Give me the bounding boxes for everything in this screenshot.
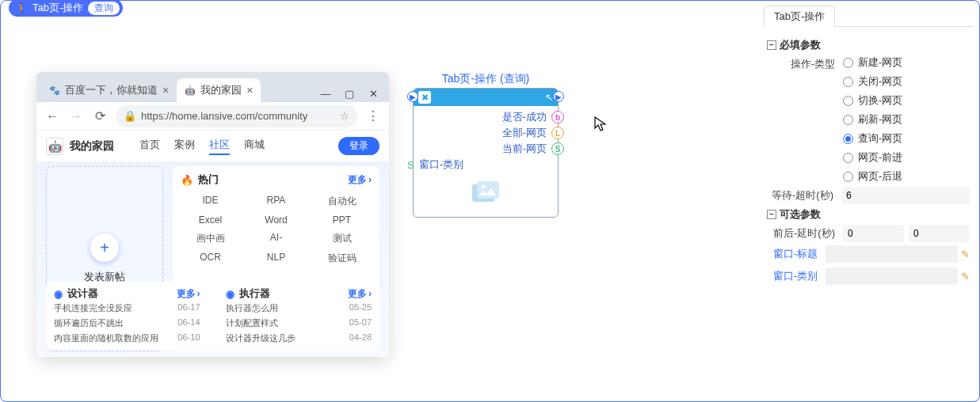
window-close-icon[interactable]: ✕ bbox=[362, 85, 384, 102]
bool-port-icon[interactable]: b bbox=[551, 111, 564, 123]
op-type-radio[interactable]: 查询-网页 bbox=[843, 131, 970, 146]
string-port-icon[interactable]: S bbox=[407, 159, 414, 171]
chevron-right-icon: › bbox=[368, 288, 372, 299]
svg-rect-1 bbox=[477, 181, 499, 199]
list-item[interactable]: 执行器怎么用05-25 bbox=[226, 301, 372, 316]
browser-tab-active[interactable]: 🤖 我的家园 × bbox=[177, 78, 261, 102]
collapse-icon[interactable]: − bbox=[767, 40, 776, 50]
flame-icon: 🔥 bbox=[181, 174, 193, 186]
favicon-icon: 🤖 bbox=[185, 85, 196, 96]
output-label: 是否-成功 bbox=[502, 110, 547, 124]
hot-tag[interactable]: RPA bbox=[246, 193, 306, 210]
window-maximize-icon[interactable]: ▢ bbox=[338, 85, 360, 102]
hot-title: 热门 bbox=[198, 173, 219, 187]
tab-label: 百度一下，你就知道 bbox=[65, 83, 158, 97]
nav-reload-icon[interactable]: ⟳ bbox=[92, 108, 108, 123]
window-minimize-icon[interactable]: — bbox=[315, 85, 337, 102]
nav-forward-icon[interactable]: → bbox=[68, 109, 84, 123]
node-header[interactable]: ✖ ↖ bbox=[414, 89, 558, 106]
radio-label: 刷新-网页 bbox=[858, 112, 902, 127]
hot-tag[interactable]: 测试 bbox=[312, 230, 372, 247]
section-title: 必填参数 bbox=[780, 38, 821, 52]
op-type-radio[interactable]: 刷新-网页 bbox=[843, 112, 970, 127]
op-type-radio[interactable]: 网页-前进 bbox=[843, 150, 970, 165]
edit-icon[interactable]: ✎ bbox=[961, 248, 970, 260]
delay-before-input[interactable] bbox=[843, 225, 904, 242]
hot-tag[interactable]: 验证码 bbox=[312, 250, 372, 267]
op-type-radio[interactable]: 切换-网页 bbox=[843, 93, 970, 108]
bookmark-star-icon[interactable]: ☆ bbox=[340, 110, 349, 122]
cursor-small-icon: ↖ bbox=[545, 92, 553, 103]
more-link[interactable]: 更多 › bbox=[177, 287, 200, 301]
hot-tag[interactable]: Excel bbox=[181, 213, 240, 227]
string-port-icon[interactable]: S bbox=[551, 142, 564, 155]
list-item[interactable]: 设计器升级这几步04-28 bbox=[226, 331, 372, 346]
node-output-row[interactable]: 全部-网页 L bbox=[418, 125, 553, 141]
list-item[interactable]: 循环遍历后不跳出06-14 bbox=[54, 316, 200, 331]
address-bar[interactable]: 🔒 https://home.lansive.com/community ☆ bbox=[116, 105, 357, 127]
op-type-radio[interactable]: 新建-网页 bbox=[843, 55, 970, 70]
collapse-icon[interactable]: − bbox=[767, 210, 776, 219]
list-port-icon[interactable]: L bbox=[551, 127, 564, 139]
list-item[interactable]: 计划配置样式05-07 bbox=[226, 316, 372, 331]
radio-icon bbox=[843, 172, 853, 182]
close-icon[interactable]: × bbox=[246, 84, 253, 97]
more-link[interactable]: 更多› bbox=[348, 173, 372, 187]
badge-title: Tab页-操作 bbox=[32, 1, 83, 15]
login-button[interactable]: 登录 bbox=[338, 137, 379, 155]
radio-label: 关闭-网页 bbox=[858, 74, 902, 89]
site-logo-icon: 🤖 bbox=[46, 138, 63, 155]
radio-label: 网页-前进 bbox=[858, 150, 902, 165]
hot-tag[interactable]: NLP bbox=[246, 250, 306, 267]
properties-panel: Tab页-操作 − 必填参数 操作-类型 新建-网页关闭-网页切换-网页刷新-网… bbox=[764, 6, 979, 396]
field-label-delay: 前后-延时(秒) bbox=[767, 225, 843, 241]
section-required[interactable]: − 必填参数 bbox=[767, 38, 970, 52]
op-type-radio[interactable]: 关闭-网页 bbox=[843, 74, 970, 89]
plus-icon: + bbox=[90, 233, 119, 262]
list-item[interactable]: 内容里面的随机取数的应用06-10 bbox=[54, 331, 200, 346]
hot-tag[interactable]: IDE bbox=[181, 193, 240, 210]
radio-label: 查询-网页 bbox=[858, 131, 902, 146]
panel-tab[interactable]: Tab页-操作 bbox=[764, 6, 835, 27]
op-type-radio[interactable]: 网页-后退 bbox=[843, 169, 970, 184]
browser-mock: 🐾 百度一下，你就知道 × 🤖 我的家园 × — ▢ ✕ ← → ⟳ bbox=[36, 72, 389, 357]
list-card: ◉设计器更多 ›手机连接完全没反应06-17循环遍历后不跳出06-14内容里面的… bbox=[46, 282, 208, 351]
section-optional[interactable]: − 可选参数 bbox=[767, 207, 970, 222]
nav-back-icon[interactable]: ← bbox=[44, 109, 60, 123]
output-label: 全部-网页 bbox=[502, 126, 547, 140]
exec-in-port[interactable]: ▶ bbox=[407, 91, 418, 102]
field-label-wait: 等待-超时(秒) bbox=[767, 187, 841, 203]
hot-tag[interactable]: PPT bbox=[312, 213, 372, 227]
delay-after-input[interactable] bbox=[909, 225, 970, 242]
more-link[interactable]: 更多 › bbox=[348, 287, 372, 301]
window-class-input[interactable] bbox=[826, 267, 958, 285]
hot-tag[interactable]: OCR bbox=[181, 250, 240, 267]
edit-icon[interactable]: ✎ bbox=[961, 271, 970, 283]
node-title: Tab页-操作 (查询) bbox=[413, 72, 559, 86]
nav-item[interactable]: 商城 bbox=[244, 138, 265, 155]
module-badge: 🚶 Tab页-操作 查询 bbox=[9, 0, 123, 17]
hot-tag[interactable]: 自动化 bbox=[312, 193, 372, 210]
wait-timeout-input[interactable] bbox=[841, 187, 970, 204]
window-title-input[interactable] bbox=[826, 245, 958, 263]
node-output-row[interactable]: 是否-成功 b bbox=[418, 109, 553, 125]
browser-menu-icon[interactable]: ⋮ bbox=[365, 108, 381, 123]
chevron-right-icon: › bbox=[197, 288, 200, 299]
radio-icon bbox=[843, 134, 853, 144]
field-label-window-class: 窗口-类别 bbox=[767, 269, 822, 283]
close-icon[interactable]: × bbox=[162, 84, 169, 97]
node-input-row[interactable]: S 窗口-类别 bbox=[418, 157, 553, 173]
nav-item-active[interactable]: 社区 bbox=[209, 138, 230, 155]
hot-tag[interactable]: 画中画 bbox=[181, 230, 240, 247]
nav-item[interactable]: 案例 bbox=[174, 138, 195, 155]
site-nav: 首页 案例 社区 商城 bbox=[139, 138, 265, 155]
hot-tag[interactable]: Word bbox=[246, 213, 306, 227]
list-item[interactable]: 手机连接完全没反应06-17 bbox=[54, 301, 200, 316]
nav-item[interactable]: 首页 bbox=[139, 138, 160, 155]
exec-out-port[interactable]: ▶ bbox=[553, 91, 564, 102]
radio-icon bbox=[843, 153, 853, 163]
hot-tag[interactable]: AI- bbox=[246, 230, 306, 247]
node-output-row[interactable]: 当前-网页 S bbox=[418, 141, 553, 157]
browser-tab[interactable]: 🐾 百度一下，你就知道 × bbox=[41, 78, 177, 102]
flow-node[interactable]: Tab页-操作 (查询) ▶ ▶ ✖ ↖ 是否-成功 b 全部-网页 L 当前-… bbox=[413, 72, 559, 218]
